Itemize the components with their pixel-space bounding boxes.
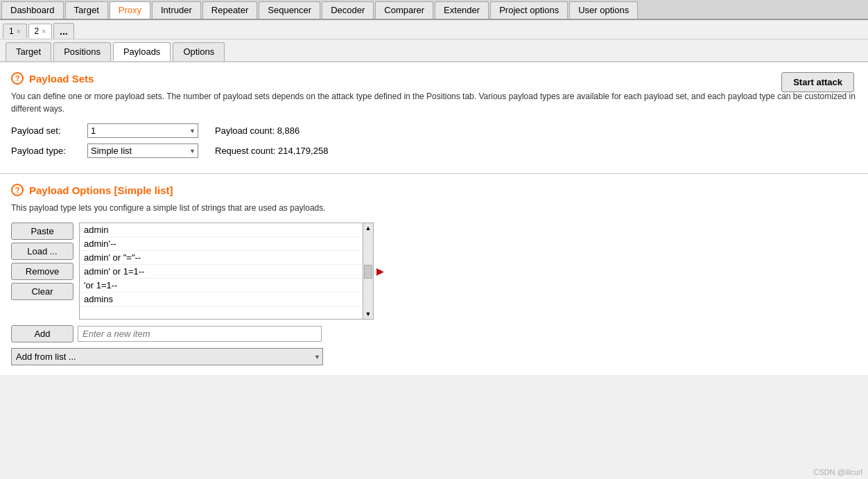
list-item[interactable]: admin' or 1=1-- <box>80 265 363 279</box>
main-content: Start attack ? Payload Sets You can defi… <box>0 62 868 375</box>
payload-sets-header: ? Payload Sets <box>11 72 857 85</box>
list-item[interactable]: admin'-- <box>80 237 363 251</box>
clear-button[interactable]: Clear <box>11 283 73 300</box>
request-count-info: Request count: 214,179,258 <box>215 146 328 156</box>
payload-list[interactable]: admin admin'-- admin' or "="-- admin' or… <box>79 223 363 320</box>
scroll-thumb[interactable] <box>364 265 372 279</box>
instance-tab-1-close[interactable]: × <box>17 28 21 35</box>
add-item-row: Add <box>11 325 857 342</box>
payload-options-description: This payload type lets you configure a s… <box>11 202 857 214</box>
instance-tab-dots[interactable]: ... <box>53 23 74 39</box>
sub-tab-positions[interactable]: Positions <box>53 42 111 61</box>
payload-options-section: ? Payload Options [Simple list] This pay… <box>0 174 868 375</box>
payload-count-info: Payload count: 8,886 <box>215 125 300 136</box>
tab-comparer[interactable]: Comparer <box>375 1 433 19</box>
add-button[interactable]: Add <box>11 325 73 342</box>
instance-tabs-bar: 1 × 2 × ... <box>0 20 868 40</box>
payload-options-title: Payload Options [Simple list] <box>29 184 173 196</box>
request-count-label: Request count: <box>215 146 275 156</box>
tab-extender[interactable]: Extender <box>435 1 489 19</box>
payload-sets-help-icon[interactable]: ? <box>11 72 24 85</box>
tab-target[interactable]: Target <box>65 1 108 19</box>
list-item[interactable]: admins <box>80 293 363 306</box>
paste-button[interactable]: Paste <box>11 223 73 240</box>
payload-set-label: Payload set: <box>11 125 87 136</box>
add-from-list-row: Add from list ... <box>11 348 857 365</box>
sub-tabs-bar: Target Positions Payloads Options <box>0 40 868 62</box>
request-count-val: 214,179,258 <box>278 146 328 156</box>
scroll-up-arrow[interactable]: ▲ <box>363 223 373 233</box>
payload-set-row: Payload set: 1 2 3 Payload count: 8,886 <box>11 123 857 138</box>
tab-dashboard[interactable]: Dashboard <box>1 1 64 19</box>
payload-count-val: 8,886 <box>277 125 300 136</box>
start-attack-button[interactable]: Start attack <box>781 72 854 92</box>
payload-options-help-icon[interactable]: ? <box>11 184 24 196</box>
tab-project-options[interactable]: Project options <box>490 1 568 19</box>
instance-tab-2-label: 2 <box>35 26 40 36</box>
payload-type-row: Payload type: Simple list Runtime file C… <box>11 143 857 158</box>
instance-tab-2[interactable]: 2 × <box>28 24 53 38</box>
tab-intruder[interactable]: Intruder <box>152 1 201 19</box>
list-item[interactable]: admin <box>80 223 363 237</box>
payload-options-header: ? Payload Options [Simple list] <box>11 184 857 196</box>
payload-list-area: Paste Load ... Remove Clear admin admin'… <box>11 223 857 320</box>
payload-type-select-wrapper: Simple list Runtime file Custom iterator… <box>87 143 198 158</box>
tab-repeater[interactable]: Repeater <box>202 1 257 19</box>
instance-tab-2-close[interactable]: × <box>42 28 46 35</box>
instance-tab-1[interactable]: 1 × <box>3 24 27 38</box>
payload-type-label: Payload type: <box>11 146 87 156</box>
payload-type-select[interactable]: Simple list Runtime file Custom iterator… <box>87 143 198 158</box>
payload-sets-section: Start attack ? Payload Sets You can defi… <box>0 62 868 174</box>
list-item[interactable]: admin' or "="-- <box>80 251 363 265</box>
payload-sets-description: You can define one or more payload sets.… <box>11 90 857 115</box>
instance-tab-1-label: 1 <box>9 26 14 36</box>
sub-tab-options[interactable]: Options <box>173 42 225 61</box>
list-right-arrow: ▶ <box>376 223 384 320</box>
scroll-down-arrow[interactable]: ▼ <box>363 309 373 319</box>
tab-proxy[interactable]: Proxy <box>110 1 150 19</box>
sub-tab-payloads[interactable]: Payloads <box>113 42 171 61</box>
add-item-input[interactable] <box>78 326 322 342</box>
payload-sets-title: Payload Sets <box>29 73 94 85</box>
payload-set-select-wrapper: 1 2 3 <box>87 123 198 138</box>
top-nav: Dashboard Target Proxy Intruder Repeater… <box>0 0 868 20</box>
remove-button[interactable]: Remove <box>11 263 73 280</box>
tab-sequencer[interactable]: Sequencer <box>259 1 320 19</box>
payload-action-buttons: Paste Load ... Remove Clear <box>11 223 73 320</box>
sub-tab-target[interactable]: Target <box>6 42 51 61</box>
add-from-list-select[interactable]: Add from list ... <box>11 348 323 365</box>
instance-tab-dots-label: ... <box>60 26 68 37</box>
list-scrollbar[interactable]: ▲ ▼ <box>363 223 374 320</box>
payload-set-select[interactable]: 1 2 3 <box>87 123 198 138</box>
load-button[interactable]: Load ... <box>11 243 73 260</box>
tab-user-options[interactable]: User options <box>569 1 638 19</box>
payload-count-label: Payload count: <box>215 125 275 136</box>
list-item[interactable]: 'or 1=1-- <box>80 279 363 293</box>
add-from-list-select-wrapper: Add from list ... <box>11 348 323 365</box>
tab-decoder[interactable]: Decoder <box>322 1 374 19</box>
arrow-icon: ▶ <box>376 265 384 277</box>
